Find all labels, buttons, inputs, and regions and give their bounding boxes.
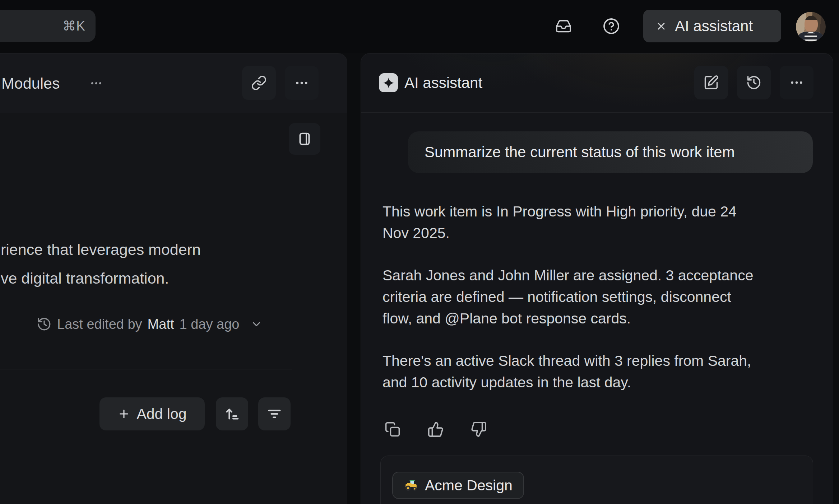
work-item-panel: Modules — [0, 53, 347, 504]
ai-response-paragraph: Sarah Jones and John Miller are assigned… — [383, 265, 819, 329]
ai-assistant-header: AI assistant — [361, 53, 833, 113]
ai-assistant-toggle-button[interactable]: AI assistant — [643, 10, 781, 42]
tractor-emoji — [404, 478, 419, 493]
work-item-description: rience that leverages modern ve digital … — [1, 235, 324, 293]
last-edited-prefix: Last edited by — [57, 317, 142, 332]
close-icon — [655, 20, 667, 32]
tabs-overflow-button[interactable] — [88, 75, 105, 92]
ai-response-paragraph: There's an active Slack thread with 3 re… — [383, 350, 819, 393]
copy-link-button[interactable] — [242, 66, 276, 100]
user-avatar[interactable] — [796, 12, 826, 42]
chat-history-button[interactable] — [737, 66, 771, 99]
user-message-bubble: Summarize the current status of this wor… — [408, 131, 813, 173]
help-icon — [603, 18, 620, 35]
inbox-button[interactable] — [553, 16, 574, 36]
ai-assistant-title: AI assistant — [404, 74, 482, 92]
last-edited-row[interactable]: Last edited by Matt 1 day ago — [37, 316, 263, 333]
inbox-icon — [555, 18, 572, 34]
ai-panel-more-button[interactable] — [780, 66, 813, 99]
copy-icon — [385, 421, 400, 437]
last-edited-time: 1 day ago — [180, 317, 240, 332]
search-shortcut-hint: ⌘K — [62, 18, 85, 34]
last-edited-author: Matt — [148, 317, 174, 332]
new-chat-button[interactable] — [694, 66, 728, 99]
app-window: ⌘K — [0, 0, 839, 504]
more-icon — [294, 75, 309, 90]
thumbs-up-button[interactable] — [427, 420, 445, 438]
thumbs-down-icon — [471, 421, 487, 438]
ai-response-paragraph: This work item is In Progress with High … — [383, 201, 819, 244]
ai-assistant-badge — [379, 73, 398, 92]
panel-right-icon — [296, 131, 313, 147]
filter-icon — [266, 406, 283, 422]
divider — [0, 369, 292, 369]
add-log-button[interactable]: Add log — [99, 397, 205, 430]
add-log-label: Add log — [136, 406, 186, 423]
plus-icon — [117, 407, 130, 420]
more-icon — [789, 75, 804, 90]
work-item-panel-header: Modules — [0, 53, 347, 113]
response-actions — [384, 420, 488, 438]
square-pen-icon — [703, 75, 719, 90]
more-icon — [89, 76, 103, 90]
copy-response-button[interactable] — [384, 420, 402, 438]
ai-assistant-panel: AI assistant — [361, 53, 833, 504]
help-button[interactable] — [601, 16, 621, 36]
history-icon — [746, 75, 762, 90]
link-icon — [251, 75, 267, 91]
chevron-down-icon — [250, 318, 263, 330]
context-chip[interactable]: Acme Design — [392, 472, 524, 499]
sort-button[interactable] — [216, 397, 248, 430]
thumbs-up-icon — [427, 421, 444, 438]
ai-toggle-label: AI assistant — [675, 18, 753, 35]
context-chip-label: Acme Design — [425, 477, 513, 494]
divider — [0, 165, 347, 165]
global-search-box[interactable]: ⌘K — [0, 10, 96, 42]
panel-more-button[interactable] — [285, 66, 319, 100]
top-bar: ⌘K — [0, 0, 839, 53]
filter-button[interactable] — [258, 397, 291, 430]
ai-response: This work item is In Progress with High … — [383, 201, 819, 414]
thumbs-down-button[interactable] — [470, 420, 488, 438]
user-message-text: Summarize the current status of this wor… — [425, 144, 735, 161]
sort-ascending-icon — [224, 406, 240, 422]
modules-tab-label[interactable]: Modules — [1, 74, 60, 92]
history-icon — [37, 317, 52, 332]
chat-input-container[interactable]: Acme Design — [380, 456, 813, 504]
sparkle-icon — [382, 76, 395, 89]
toggle-sidebar-button[interactable] — [289, 123, 320, 155]
